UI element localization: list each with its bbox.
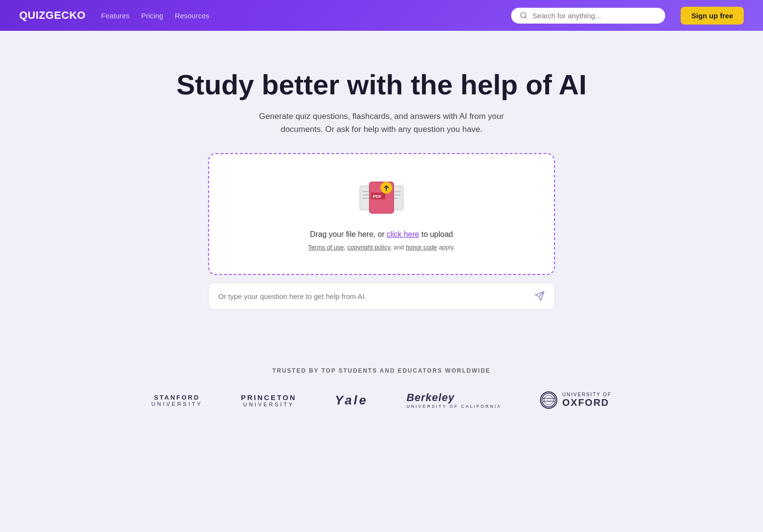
oxford-univ-label: UNIVERSITY OF xyxy=(562,392,612,397)
nav-resources[interactable]: Resources xyxy=(175,12,210,20)
upload-drag-text: Drag your file here, or click here to up… xyxy=(310,230,453,239)
svg-text:OXONIENSIS: OXONIENSIS xyxy=(543,400,555,402)
stanford-sub: UNIVERSITY xyxy=(151,401,202,407)
upload-click-here[interactable]: click here xyxy=(387,230,420,238)
signup-button[interactable]: Sign up free xyxy=(681,7,744,25)
berkeley-sub: UNIVERSITY OF CALIFORNIA xyxy=(407,404,501,409)
nav-features[interactable]: Features xyxy=(101,12,130,20)
princeton-name: PRINCETON xyxy=(241,393,296,402)
logo[interactable]: QUIZGECKO xyxy=(19,9,86,22)
trusted-section: TRUSTED BY TOP STUDENTS AND EDUCATORS WO… xyxy=(0,358,763,438)
copyright-policy-link[interactable]: copyright policy xyxy=(347,244,390,251)
question-input[interactable] xyxy=(218,292,534,300)
upload-dropzone[interactable]: PDF Drag your file here, or click here t… xyxy=(208,153,555,275)
berkeley-name: Berkeley xyxy=(407,391,455,404)
hero-subtitle: Generate quiz questions, flashcards, and… xyxy=(256,110,507,136)
svg-text:PDF: PDF xyxy=(373,194,382,199)
stanford-name: STANFORD xyxy=(154,394,200,401)
send-icon[interactable] xyxy=(534,291,545,301)
nav-links: Features Pricing Resources xyxy=(101,12,496,20)
yale-name: Yale xyxy=(335,393,368,408)
university-logos: STANFORD UNIVERSITY PRINCETON UNIVERSITY… xyxy=(151,391,611,409)
oxford-name: OXFORD xyxy=(562,397,612,408)
oxford-seal-icon: UNIVERSITAS OXONIENSIS xyxy=(540,391,557,409)
princeton-logo: PRINCETON UNIVERSITY xyxy=(241,393,296,407)
berkeley-logo: Berkeley UNIVERSITY OF CALIFORNIA xyxy=(407,391,501,409)
upload-terms: Terms of use, copyright policy, and hono… xyxy=(308,244,455,251)
terms-of-use-link[interactable]: Terms of use xyxy=(308,244,343,251)
yale-logo: Yale xyxy=(335,393,368,408)
upload-icon: PDF xyxy=(355,177,408,221)
oxford-text: UNIVERSITY OF OXFORD xyxy=(562,392,612,408)
search-bar xyxy=(511,8,665,24)
stanford-logo: STANFORD UNIVERSITY xyxy=(151,394,202,407)
navbar: QUIZGECKO Features Pricing Resources Sig… xyxy=(0,0,763,31)
svg-text:UNIVERSITAS: UNIVERSITAS xyxy=(542,397,555,400)
search-icon xyxy=(520,12,527,19)
oxford-logo: UNIVERSITAS OXONIENSIS UNIVERSITY OF OXF… xyxy=(540,391,612,409)
search-input[interactable] xyxy=(532,12,657,20)
honor-code-link[interactable]: honor code xyxy=(406,244,437,251)
trusted-label: TRUSTED BY TOP STUDENTS AND EDUCATORS WO… xyxy=(272,367,490,374)
hero-section: Study better with the help of AI Generat… xyxy=(0,31,763,358)
nav-pricing[interactable]: Pricing xyxy=(141,12,163,20)
princeton-sub: UNIVERSITY xyxy=(243,402,294,407)
question-input-box xyxy=(208,283,555,310)
svg-line-1 xyxy=(525,17,526,18)
hero-title: Study better with the help of AI xyxy=(176,69,587,100)
